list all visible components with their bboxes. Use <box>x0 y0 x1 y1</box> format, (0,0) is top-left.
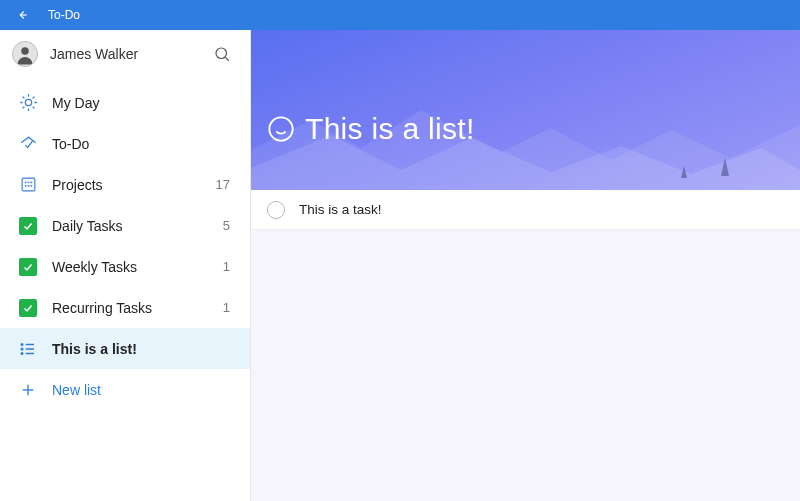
list-header: This is a list! <box>251 30 800 190</box>
task-title: This is a task! <box>299 202 382 217</box>
search-button[interactable] <box>208 40 236 68</box>
task-row[interactable]: This is a task! <box>251 190 800 230</box>
svg-point-5 <box>25 99 31 105</box>
svg-rect-14 <box>22 178 35 191</box>
sidebar-item-label: Daily Tasks <box>52 218 223 234</box>
main-pane: This is a list! This is a task! <box>251 30 800 501</box>
arrow-left-icon <box>15 8 29 22</box>
sidebar: James Walker My Day To-Do <box>0 30 251 501</box>
sidebar-item-count: 5 <box>223 218 232 233</box>
search-icon <box>213 45 231 63</box>
home-check-icon <box>18 134 38 154</box>
sidebar-item-label: Recurring Tasks <box>52 300 223 316</box>
svg-point-18 <box>24 185 26 187</box>
svg-point-20 <box>30 185 32 187</box>
sidebar-item-this-is-a-list[interactable]: This is a list! <box>0 328 250 369</box>
sidebar-item-my-day[interactable]: My Day <box>0 82 250 123</box>
svg-line-9 <box>33 107 34 108</box>
user-name: James Walker <box>50 46 208 62</box>
sidebar-item-label: My Day <box>52 95 230 111</box>
svg-point-15 <box>24 181 26 183</box>
sidebar-item-recurring-tasks[interactable]: Recurring Tasks 1 <box>0 287 250 328</box>
sidebar-item-count: 1 <box>223 300 232 315</box>
grid-icon <box>18 175 38 195</box>
plus-icon <box>18 380 38 400</box>
sidebar-item-count: 17 <box>216 177 232 192</box>
svg-line-4 <box>225 57 229 61</box>
tasks-list: This is a task! <box>251 190 800 230</box>
sidebar-item-label: To-Do <box>52 136 230 152</box>
bulleted-list-icon <box>18 339 38 359</box>
check-icon <box>18 298 38 318</box>
check-icon <box>18 216 38 236</box>
back-button[interactable] <box>10 8 34 22</box>
sun-icon <box>18 93 38 113</box>
sidebar-list: My Day To-Do Projects 17 <box>0 78 250 410</box>
sidebar-item-label: Weekly Tasks <box>52 259 223 275</box>
check-icon <box>18 257 38 277</box>
sidebar-item-label: This is a list! <box>52 341 230 357</box>
svg-point-23 <box>21 352 23 354</box>
avatar <box>12 41 38 67</box>
svg-line-13 <box>33 97 34 98</box>
svg-point-29 <box>269 117 292 140</box>
list-title: This is a list! <box>305 112 475 146</box>
svg-point-19 <box>27 185 29 187</box>
user-row[interactable]: James Walker <box>0 30 250 78</box>
sidebar-item-daily-tasks[interactable]: Daily Tasks 5 <box>0 205 250 246</box>
new-list-button[interactable]: New list <box>0 369 250 410</box>
sidebar-item-count: 1 <box>223 259 232 274</box>
svg-point-22 <box>21 348 23 350</box>
sidebar-item-projects[interactable]: Projects 17 <box>0 164 250 205</box>
titlebar: To-Do <box>0 0 800 30</box>
svg-point-21 <box>21 343 23 345</box>
sidebar-item-label: Projects <box>52 177 216 193</box>
svg-point-2 <box>21 47 29 55</box>
sidebar-item-weekly-tasks[interactable]: Weekly Tasks 1 <box>0 246 250 287</box>
svg-point-16 <box>27 181 29 183</box>
sidebar-item-to-do[interactable]: To-Do <box>0 123 250 164</box>
svg-point-17 <box>30 181 32 183</box>
svg-point-3 <box>216 48 227 59</box>
svg-line-12 <box>22 107 23 108</box>
smile-icon <box>267 115 295 143</box>
task-checkbox[interactable] <box>267 201 285 219</box>
svg-line-8 <box>22 97 23 98</box>
new-list-label: New list <box>52 382 232 398</box>
app-title: To-Do <box>48 8 80 22</box>
